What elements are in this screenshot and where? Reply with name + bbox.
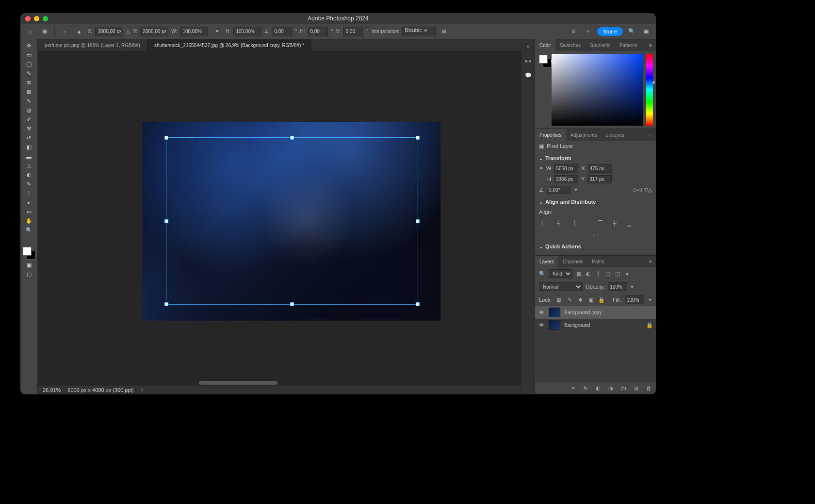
share-button[interactable]: Share	[597, 27, 623, 36]
layer-item[interactable]: 👁 Background 🔒	[535, 319, 656, 331]
lock-artboard-icon[interactable]: ▣	[587, 296, 594, 303]
interpolation-select[interactable]: Bicubic	[402, 27, 435, 36]
prop-angle-input[interactable]	[547, 186, 571, 194]
prop-y-input[interactable]	[587, 175, 612, 183]
filter-shape-icon[interactable]: ▢	[604, 270, 611, 277]
cancel-transform-icon[interactable]: ⊘	[568, 26, 580, 37]
hskew-input[interactable]	[308, 27, 328, 36]
layer-thumbnail[interactable]	[549, 320, 560, 330]
delete-icon[interactable]: 🗑	[645, 385, 652, 391]
canvas-viewport[interactable]	[38, 51, 521, 386]
transform-ref-icon[interactable]: ▦	[39, 26, 50, 37]
align-right-icon[interactable]: ▕	[569, 219, 577, 227]
fx-icon[interactable]: fx	[582, 385, 589, 391]
history-brush-tool[interactable]: ↺	[23, 133, 35, 143]
lock-all-icon[interactable]: 🔒	[598, 296, 605, 303]
tab-paths[interactable]: Paths	[587, 256, 609, 267]
visibility-icon[interactable]: 👁	[538, 309, 545, 315]
screenmode-tool[interactable]: ▢	[23, 270, 35, 279]
reference-point-icon[interactable]: ▫	[59, 26, 70, 37]
eyedropper-tool[interactable]: ✎	[23, 97, 35, 106]
search-icon[interactable]: 🔍	[626, 26, 637, 37]
frame-tool[interactable]: ⊠	[23, 87, 35, 97]
foreground-swatch[interactable]	[23, 247, 32, 256]
filter-toggle-icon[interactable]: ●	[624, 270, 631, 277]
quickmask-tool[interactable]: ▣	[23, 260, 35, 270]
tab-swatches[interactable]: Swatches	[555, 39, 585, 51]
tab-gradients[interactable]: Gradients	[585, 39, 615, 51]
close-button[interactable]	[25, 16, 31, 21]
crop-tool[interactable]: ⧉	[23, 78, 35, 87]
workspace-icon[interactable]: ▣	[640, 26, 652, 37]
quick-select-tool[interactable]: ✎	[23, 69, 35, 78]
tab-patterns[interactable]: Patterns	[615, 39, 642, 51]
x-input[interactable]	[95, 27, 123, 36]
type-tool[interactable]: T	[23, 189, 35, 198]
opacity-input[interactable]	[608, 282, 627, 291]
gradient-tool[interactable]: ▬	[23, 152, 35, 161]
tab-properties[interactable]: Properties	[535, 129, 566, 141]
warp-icon[interactable]: ⊞	[439, 26, 450, 37]
minimize-button[interactable]	[34, 16, 39, 21]
prop-x-input[interactable]	[588, 164, 612, 173]
shape-tool[interactable]: ▭	[23, 207, 35, 216]
link-layers-icon[interactable]: ⚭	[570, 385, 576, 391]
doc-tab-1[interactable]: shutterstock_2165544537.jpg @ 26,9% (Bac…	[147, 39, 311, 51]
status-chevron-icon[interactable]: 〉	[141, 387, 146, 394]
fill-input[interactable]	[625, 295, 644, 304]
adjustment-icon[interactable]: ◑	[607, 385, 614, 391]
tab-adjustments[interactable]: Adjustments	[566, 129, 602, 141]
align-top-icon[interactable]: ▔	[596, 219, 604, 227]
link-icon[interactable]: ⚭	[211, 26, 223, 37]
link-wh-icon[interactable]: ⚭	[539, 165, 543, 172]
mask-icon[interactable]: ◐	[595, 385, 602, 391]
doc-info[interactable]: 6000 px x 4000 px (300 ppi)	[67, 387, 133, 393]
align-vcenter-icon[interactable]: ┼	[611, 219, 619, 227]
flip-v-icon[interactable]: ▽△	[644, 187, 652, 193]
align-bottom-icon[interactable]: ▁	[625, 219, 633, 227]
group-icon[interactable]: 🗀	[620, 385, 627, 391]
lasso-tool[interactable]: ◯	[23, 60, 35, 69]
filter-kind-select[interactable]: Kind	[549, 269, 572, 278]
hand-tool[interactable]: ✋	[23, 216, 35, 226]
history-icon[interactable]: ▸◂	[523, 56, 533, 65]
vskew-input[interactable]	[343, 27, 363, 36]
healing-tool[interactable]: ◍	[23, 106, 35, 115]
lock-position-icon[interactable]: ✥	[577, 296, 584, 303]
visibility-icon[interactable]: 👁	[538, 322, 545, 328]
new-layer-icon[interactable]: ⊞	[633, 385, 639, 391]
layer-item[interactable]: 👁 Background copy	[535, 306, 656, 319]
scrollbar-thumb[interactable]	[199, 381, 277, 385]
relative-position-icon[interactable]: ▲	[73, 26, 85, 37]
tab-layers[interactable]: Layers	[535, 256, 558, 267]
horizontal-scrollbar[interactable]	[55, 380, 397, 386]
hue-slider[interactable]	[646, 54, 653, 126]
w-input[interactable]	[180, 27, 208, 36]
search-icon[interactable]: 🔍	[539, 271, 546, 277]
quick-actions-section[interactable]: Quick Actions	[539, 242, 652, 251]
fg-swatch[interactable]	[539, 55, 548, 64]
filter-smart-icon[interactable]: ◫	[614, 270, 621, 277]
prop-h-input[interactable]	[554, 175, 578, 183]
home-icon[interactable]: ⌂	[24, 26, 36, 37]
color-swatches[interactable]	[22, 246, 36, 260]
more-tools[interactable]: ⋯	[23, 235, 35, 244]
dodge-tool[interactable]: ◐	[23, 170, 35, 179]
panel-menu-icon[interactable]: ≡	[645, 129, 656, 141]
y-input[interactable]	[140, 27, 168, 36]
tab-channels[interactable]: Channels	[558, 256, 587, 267]
align-section[interactable]: Align and Distribute	[539, 197, 652, 207]
document-canvas[interactable]	[143, 122, 440, 321]
move-tool[interactable]: ✥	[23, 41, 35, 50]
zoom-tool[interactable]: 🔍	[23, 226, 35, 235]
clone-tool[interactable]: ⚒	[23, 124, 35, 133]
brush-tool[interactable]: ✐	[23, 115, 35, 124]
layer-thumbnail[interactable]	[549, 308, 560, 317]
transform-section[interactable]: Transform	[539, 153, 652, 163]
align-hcenter-icon[interactable]: ┼	[554, 219, 562, 227]
panel-menu-icon[interactable]: ≡	[645, 256, 656, 267]
commit-transform-icon[interactable]: ✓	[583, 26, 594, 37]
doc-tab-0[interactable]: perfume pic.png @ 189% (Layer 1, RGB/8#)	[38, 39, 147, 51]
expand-icon[interactable]: «	[523, 41, 533, 51]
prop-w-input[interactable]	[554, 164, 578, 173]
